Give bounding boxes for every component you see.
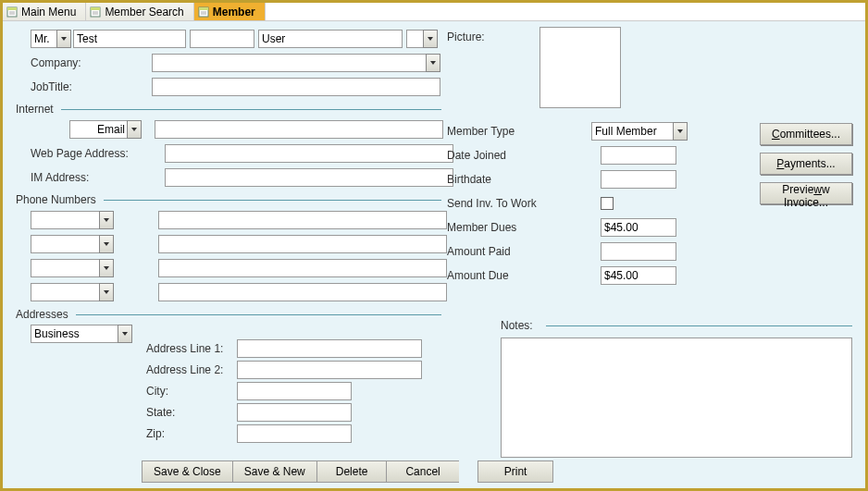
name-row: [31, 29, 852, 49]
dropdown-icon[interactable]: [99, 235, 114, 253]
phone-type-combo[interactable]: [31, 211, 114, 229]
dropdown-icon[interactable]: [423, 30, 438, 48]
divider: [61, 109, 441, 110]
phone-number-input[interactable]: [158, 211, 447, 229]
due-label: Amount Due: [447, 269, 558, 282]
bottom-buttons: Save & Close Save & New Delete Cancel Pr…: [142, 460, 553, 483]
jobtitle-label: JobTitle:: [31, 80, 146, 93]
im-row: IM Address:: [31, 167, 852, 188]
zip-input[interactable]: [237, 424, 352, 443]
dropdown-icon[interactable]: [118, 325, 132, 343]
save-new-button[interactable]: Save & New: [232, 460, 316, 483]
addr-line1-label: Address Line 1:: [146, 342, 231, 355]
phone-row-1: [31, 234, 852, 254]
svg-rect-5: [91, 7, 100, 10]
section-title: Addresses: [16, 308, 68, 321]
company-input[interactable]: [152, 54, 426, 72]
phone-type-combo[interactable]: [31, 283, 114, 301]
phone-type-input[interactable]: [31, 259, 99, 277]
committees-button[interactable]: Committees...: [760, 123, 852, 145]
tab-label: Main Menu: [21, 6, 76, 18]
city-input[interactable]: [237, 382, 352, 400]
company-label: Company:: [31, 56, 146, 69]
tab-bar: Main Menu Member Search Member: [3, 3, 865, 21]
webpage-label: Web Page Address:: [31, 147, 146, 160]
dues-label: Member Dues: [447, 221, 558, 234]
last-name-input[interactable]: [258, 30, 403, 48]
birthdate-input[interactable]: [601, 170, 676, 189]
form-icon: [198, 6, 209, 18]
phone-number-input[interactable]: [158, 283, 447, 301]
title-input[interactable]: [31, 30, 56, 48]
due-input[interactable]: [601, 266, 676, 285]
internet-type-combo[interactable]: [69, 120, 142, 139]
phone-type-input[interactable]: [31, 211, 99, 229]
jobtitle-input[interactable]: [152, 78, 440, 96]
phone-type-combo[interactable]: [31, 235, 114, 253]
dropdown-icon[interactable]: [99, 211, 114, 229]
cancel-button[interactable]: Cancel: [386, 460, 458, 483]
addr-line2-label: Address Line 2:: [146, 363, 231, 376]
sendinv-checkbox[interactable]: [601, 197, 614, 210]
state-label: State:: [146, 406, 231, 419]
tab-label: Member: [213, 6, 255, 18]
addr-line1-input[interactable]: [237, 339, 422, 358]
company-combo[interactable]: [152, 54, 440, 72]
company-row: Company:: [31, 53, 852, 73]
phone-row-3: [31, 282, 852, 302]
dues-input[interactable]: [601, 218, 676, 237]
address-fields: Address Line 1: Address Line 2: City: St…: [146, 339, 422, 446]
webpage-input[interactable]: [165, 144, 453, 163]
divider: [76, 314, 441, 315]
phone-type-combo[interactable]: [31, 259, 114, 277]
address-type-combo[interactable]: [31, 325, 132, 343]
member-type-input[interactable]: [591, 122, 673, 141]
svg-rect-9: [199, 7, 208, 10]
dropdown-icon[interactable]: [127, 120, 142, 139]
save-close-button[interactable]: Save & Close: [142, 460, 232, 483]
tab-member-search[interactable]: Member Search: [86, 3, 193, 20]
dropdown-icon[interactable]: [56, 30, 71, 48]
picture-box[interactable]: [539, 27, 621, 108]
addr-line2-input[interactable]: [237, 361, 422, 379]
preview-invoice-button[interactable]: Previeww Invoice...: [760, 182, 852, 204]
address-type-input[interactable]: [31, 325, 118, 343]
internet-type-input[interactable]: [69, 120, 127, 139]
phone-number-input[interactable]: [158, 259, 447, 277]
suffix-input[interactable]: [406, 30, 423, 48]
payments-button[interactable]: Payments...: [760, 153, 852, 175]
state-input[interactable]: [237, 403, 352, 422]
tab-member[interactable]: Member: [194, 3, 266, 20]
member-type-combo[interactable]: [591, 122, 688, 141]
dropdown-icon[interactable]: [673, 122, 688, 141]
divider: [104, 200, 441, 201]
middle-name-input[interactable]: [190, 30, 254, 48]
tab-main-menu[interactable]: Main Menu: [3, 3, 86, 20]
delete-button[interactable]: Delete: [316, 460, 387, 483]
side-button-panel: Committees... Payments... Previeww Invoi…: [760, 123, 852, 204]
suffix-combo[interactable]: [406, 30, 438, 48]
internet-section-header: Internet: [16, 103, 441, 116]
dropdown-icon[interactable]: [99, 259, 114, 277]
print-button[interactable]: Print: [477, 460, 554, 483]
phone-type-input[interactable]: [31, 235, 99, 253]
dropdown-icon[interactable]: [99, 283, 114, 301]
paid-label: Amount Paid: [447, 245, 558, 258]
im-label: IM Address:: [31, 171, 146, 184]
phone-type-input[interactable]: [31, 283, 99, 301]
first-name-input[interactable]: [73, 30, 186, 48]
phone-row-2: [31, 258, 852, 278]
paid-input[interactable]: [601, 242, 676, 261]
window-frame: Main Menu Member Search Member: [0, 0, 868, 491]
form-icon: [90, 6, 101, 18]
member-info: Member Type Date Joined Birthdate Send I…: [447, 121, 688, 289]
im-input[interactable]: [165, 168, 453, 187]
divider: [546, 325, 852, 326]
internet-value-input[interactable]: [155, 120, 443, 139]
notes-textarea[interactable]: [501, 338, 852, 458]
phone-number-input[interactable]: [158, 235, 447, 253]
date-joined-input[interactable]: [601, 146, 676, 165]
dropdown-icon[interactable]: [426, 54, 440, 72]
svg-rect-1: [7, 7, 17, 10]
title-combo[interactable]: [31, 30, 71, 48]
